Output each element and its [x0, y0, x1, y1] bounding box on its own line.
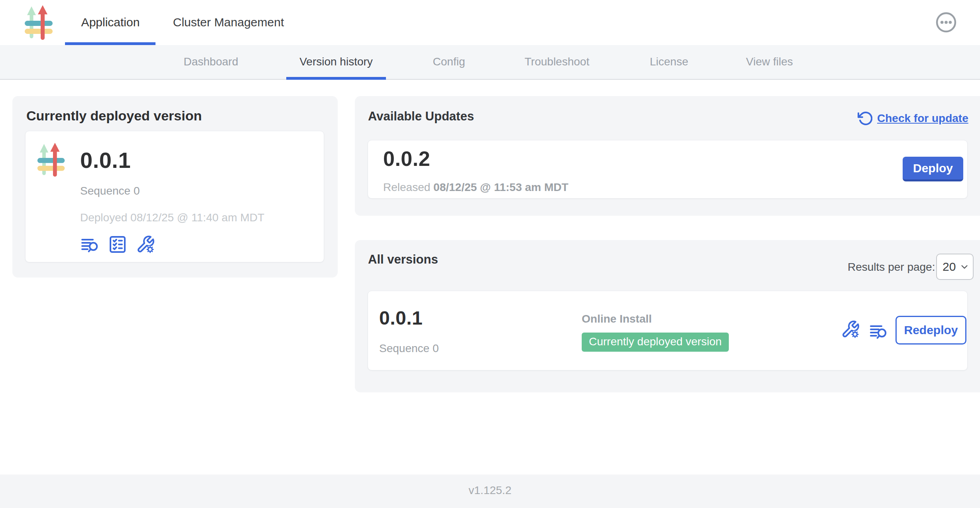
row-sequence: Sequence 0	[379, 342, 439, 355]
tab-cluster-management[interactable]: Cluster Management	[173, 16, 284, 29]
redeploy-button[interactable]: Redeploy	[895, 316, 966, 345]
deployed-sequence: Sequence 0	[80, 185, 140, 197]
all-versions-title: All versions	[368, 252, 438, 267]
tab-view-files[interactable]: View files	[746, 55, 793, 68]
install-type-label: Online Install	[582, 313, 652, 325]
released-date: 08/12/25 @ 11:53 am MDT	[433, 181, 569, 193]
currently-deployed-card: 0.0.1 Sequence 0 Deployed 08/12/25 @ 11:…	[25, 131, 324, 262]
currently-deployed-badge: Currently deployed version	[582, 333, 729, 352]
results-per-page-label: Results per page:	[848, 261, 931, 274]
results-per-page-select[interactable]: 20	[936, 254, 974, 280]
available-updates-panel: Available Updates Check for update 0.0.2…	[355, 96, 980, 216]
app-logo-icon	[24, 5, 55, 41]
deploy-button[interactable]: Deploy	[903, 157, 963, 181]
tab-dashboard[interactable]: Dashboard	[184, 55, 238, 68]
update-released-timestamp: Released 08/12/25 @ 11:53 am MDT	[383, 181, 569, 194]
row-version-number: 0.0.1	[379, 307, 423, 329]
tab-license[interactable]: License	[650, 55, 689, 68]
deploy-logs-icon[interactable]	[80, 235, 99, 254]
results-per-page-value: 20	[943, 260, 960, 274]
deployed-version-actions	[80, 235, 155, 254]
version-row: 0.0.1 Sequence 0 Online Install Currentl…	[368, 291, 968, 370]
app-header: Application Cluster Management	[0, 0, 980, 45]
tab-version-history[interactable]: Version history	[299, 55, 373, 68]
ellipsis-circle-icon[interactable]	[935, 12, 957, 33]
currently-deployed-panel: Currently deployed version 0.0.1 Sequenc…	[12, 96, 338, 278]
update-version-number: 0.0.2	[383, 147, 430, 171]
app-subnav: Dashboard Version history Config Trouble…	[0, 45, 980, 80]
all-versions-panel: All versions Results per page: 20 0.0.1 …	[355, 240, 980, 392]
deploy-logs-icon[interactable]	[869, 321, 888, 341]
check-for-update-label: Check for update	[877, 112, 968, 125]
active-subtab-underline	[286, 77, 386, 80]
app-footer: v1.125.2	[0, 475, 980, 508]
currently-deployed-title: Currently deployed version	[26, 108, 202, 124]
preflight-checks-icon[interactable]	[108, 235, 127, 254]
active-tab-underline	[65, 42, 155, 45]
console-version: v1.125.2	[468, 484, 511, 496]
available-updates-title: Available Updates	[368, 109, 474, 124]
tab-troubleshoot[interactable]: Troubleshoot	[525, 55, 589, 68]
deployed-version-number: 0.0.1	[80, 147, 131, 173]
tab-application[interactable]: Application	[81, 16, 140, 29]
deployed-timestamp: Deployed 08/12/25 @ 11:40 am MDT	[80, 211, 264, 224]
released-prefix: Released	[383, 181, 430, 193]
update-row: 0.0.2 Released 08/12/25 @ 11:53 am MDT D…	[368, 140, 968, 199]
chevron-down-icon	[960, 262, 969, 271]
app-logo-icon	[37, 142, 67, 177]
refresh-icon	[856, 110, 872, 126]
edit-config-icon[interactable]	[136, 235, 155, 254]
tab-config[interactable]: Config	[433, 55, 465, 68]
check-for-update-link[interactable]: Check for update	[856, 110, 968, 126]
edit-config-icon[interactable]	[841, 320, 860, 339]
